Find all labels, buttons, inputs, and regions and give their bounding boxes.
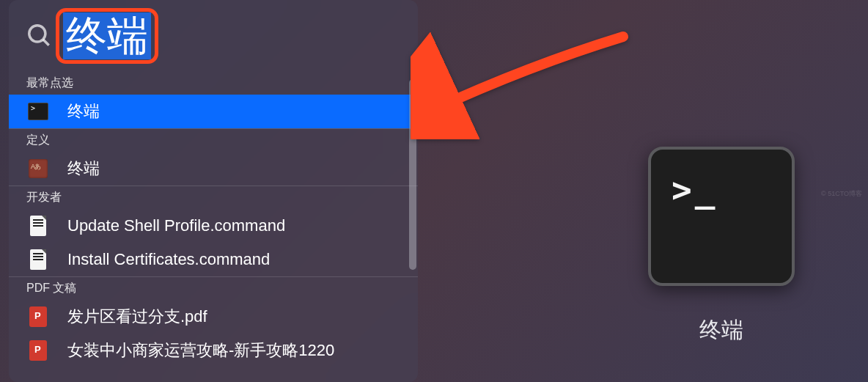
search-input[interactable]: 终端 (63, 12, 151, 59)
result-item-terminal[interactable]: 终端 (9, 95, 418, 128)
svg-point-0 (29, 26, 45, 42)
document-icon (26, 214, 50, 238)
result-item-pdf-2[interactable]: 女装中小商家运营攻略-新手攻略1220 (9, 334, 418, 367)
search-bar[interactable]: 终端 (9, 0, 418, 72)
result-item-install-certs[interactable]: Install Certificates.command (9, 243, 418, 276)
scrollbar[interactable] (409, 79, 416, 270)
result-label: 发片区看过分支.pdf (67, 306, 207, 328)
result-label: 女装中小商家运营攻略-新手攻略1220 (67, 339, 334, 361)
result-item-pdf-1[interactable]: 发片区看过分支.pdf (9, 300, 418, 334)
annotation-arrow (411, 22, 645, 139)
result-item-update-shell[interactable]: Update Shell Profile.command (9, 209, 418, 243)
preview-pane: >_ 终端 (619, 147, 824, 345)
section-header-pdf: PDF 文稿 (9, 276, 418, 300)
section-header-top-hits: 最常点选 (9, 72, 418, 95)
search-icon (23, 20, 56, 52)
result-label: 终端 (67, 100, 100, 122)
result-label: 终端 (67, 158, 100, 180)
preview-app-name: 终端 (699, 315, 743, 345)
document-icon (26, 248, 50, 271)
section-header-developer: 开发者 (9, 186, 418, 209)
pdf-icon (26, 339, 50, 362)
terminal-app-icon: >_ (648, 147, 795, 286)
result-item-definition[interactable]: 终端 (9, 152, 418, 186)
section-header-definition: 定义 (9, 128, 418, 152)
spotlight-panel: 终端 最常点选 终端 定义 终端 开发者 Update Shell Profil… (9, 0, 418, 382)
prompt-icon: >_ (672, 170, 718, 210)
pdf-icon (26, 305, 50, 328)
dictionary-icon (26, 157, 50, 180)
result-label: Update Shell Profile.command (67, 216, 285, 235)
svg-line-1 (43, 40, 49, 45)
terminal-icon (26, 100, 50, 123)
result-label: Install Certificates.command (67, 250, 270, 269)
search-query-text: 终端 (63, 12, 151, 59)
watermark: © 51CTO博客 (821, 189, 862, 199)
